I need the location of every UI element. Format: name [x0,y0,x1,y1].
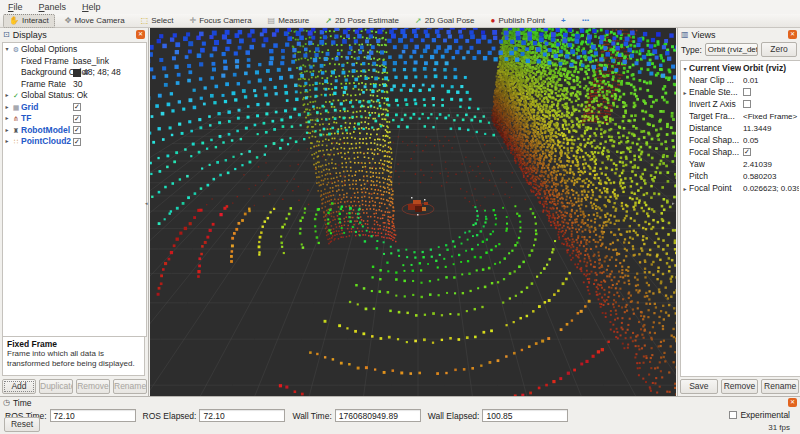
pointcloud-icon: ∷ [11,136,21,147]
duplicate-button: Duplicate [39,379,73,394]
save-view-button[interactable]: Save [680,379,718,394]
experimental-checkbox[interactable]: ✓ [729,411,737,419]
tool-move-camera[interactable]: ✥ Move Camera [59,14,131,28]
add-button[interactable]: Add [2,379,36,394]
pointcloud-canvas[interactable] [150,28,676,396]
wall-time-label: Wall Time: [292,411,331,421]
view-row-pitch[interactable]: Pitch 0.580203 [681,170,800,182]
views-tree[interactable]: ▾ Current View Orbit (rviz) Near Clip ..… [680,60,800,377]
tool-measure[interactable]: ▤ Measure [262,14,316,28]
measure-icon: ▤ [268,17,276,25]
wall-elapsed-label: Wall Elapsed: [428,411,480,421]
property-help-box: Fixed Frame Frame into which all data is… [2,336,145,376]
time-panel-header[interactable]: ◷ Time ✕ [0,397,800,408]
focus-icon: ✛ [189,17,196,25]
wall-elapsed-field[interactable]: 100.85 [482,409,568,422]
displays-panel: ⊡ Displays ✕ ▾ ⚙ Global Options Fixed Fr… [0,28,149,396]
tree-row-fixed-frame[interactable]: Fixed Frame base_link [3,56,146,68]
gear-icon: ⚙ [11,44,21,55]
menu-panels[interactable]: Panels [31,0,75,14]
menu-help[interactable]: Help [74,0,109,14]
enable-stereo-checkbox[interactable]: ✓ [743,88,751,96]
view-row-focal-shape-size[interactable]: Focal Shap... 0.05 [681,134,800,146]
view-row-focal-shape-fixed[interactable]: Focal Shap... ✓ [681,146,800,158]
tool-interact[interactable]: ✋ Interact [3,14,55,28]
view-row-invert-z[interactable]: Invert Z Axis ✓ [681,98,800,110]
tree-row-frame-rate[interactable]: Frame Rate 30 [3,79,146,91]
views-panel-header[interactable]: ▥ Views ✕ [678,28,800,41]
pin-icon: ● [491,17,496,25]
tree-row-robotmodel[interactable]: ▸ ♜ RobotModel ✓ [3,125,146,137]
displays-panel-header[interactable]: ⊡ Displays ✕ [0,28,148,41]
view-row-distance[interactable]: Distance 11.3449 [681,122,800,134]
frame-rate-value[interactable]: 30 [73,79,82,90]
rename-button: Rename [113,379,147,394]
close-icon[interactable]: ✕ [788,398,797,407]
tool-publish-point[interactable]: ● Publish Point [485,14,552,28]
tool-focus-camera[interactable]: ✛ Focus Camera [183,14,257,28]
right-splitter-handle[interactable]: ▸ [672,200,675,206]
help-body: Frame into which all data is transformed… [7,349,140,369]
invert-z-checkbox[interactable]: ✓ [743,100,751,108]
goal-arrow-icon: ➚ [415,17,422,25]
robot-icon: ♜ [11,125,21,136]
view-type-label: Type: [681,45,702,55]
wall-time-field[interactable]: 1760680949.89 [335,409,421,422]
hand-icon: ✋ [9,17,19,25]
views-panel-title: Views [692,30,716,40]
displays-tree[interactable]: ▾ ⚙ Global Options Fixed Frame base_link… [2,42,147,337]
view-type-dropdown[interactable]: Orbit (rviz_defau ▾ [705,43,758,56]
status-ok-icon: ✓ [11,90,21,101]
view-row-focal-point[interactable]: ▸ Focal Point 0.026623; 0.039... [681,182,800,194]
fps-counter: 31 fps [768,423,790,432]
ros-elapsed-field[interactable]: 72.10 [199,409,285,422]
grid-icon: ▦ [11,102,21,113]
more-icon: ⋯ [582,17,590,25]
tree-row-grid[interactable]: ▸ ▦ Grid ✓ [3,102,146,114]
time-panel-title: Time [13,398,32,408]
tf-enabled-checkbox[interactable]: ✓ [73,115,81,123]
view-row-near-clip[interactable]: Near Clip ... 0.01 [681,74,800,86]
tree-row-pointcloud2[interactable]: ▸ ∷ PointCloud2 ✓ [3,136,146,148]
tool-2d-goal-pose[interactable]: ➚ 2D Goal Pose [409,14,481,28]
pose-arrow-icon: ➚ [325,17,332,25]
views-icon: ▥ [681,30,689,39]
tree-row-global-options[interactable]: ▾ ⚙ Global Options [3,44,146,56]
menu-file[interactable]: File [0,0,31,14]
remove-view-button[interactable]: Remove [721,379,759,394]
ros-time-field[interactable]: 72.10 [50,409,136,422]
rename-view-button[interactable]: Rename [761,379,799,394]
experimental-label: Experimental [740,410,790,420]
background-color-value[interactable]: 48; 48; 48 [73,67,121,78]
grid-enabled-checkbox[interactable]: ✓ [73,103,81,111]
view-row-enable-stereo[interactable]: ▸ Enable Ste... ✓ [681,86,800,98]
tree-row-background-color[interactable]: Background Color 48; 48; 48 [3,67,146,79]
more-tools-button[interactable]: ⋯ [576,14,596,28]
displays-icon: ⊡ [3,30,10,39]
tree-row-global-status[interactable]: ▸ ✓ Global Status: Ok [3,90,146,102]
tool-select[interactable]: ⬚ Select [135,14,180,28]
robotmodel-enabled-checkbox[interactable]: ✓ [73,126,81,134]
left-splitter-handle[interactable]: ◂ [145,200,148,206]
remove-button: Remove [76,379,110,394]
view-row-current-view[interactable]: ▾ Current View Orbit (rviz) [681,62,800,74]
pointcloud2-enabled-checkbox[interactable]: ✓ [73,138,81,146]
plus-icon: + [561,17,566,25]
view-row-yaw[interactable]: Yaw 2.41039 [681,158,800,170]
tf-icon: ⋔ [11,113,21,124]
time-panel: ◷ Time ✕ ROS Time: 72.10 ROS Elapsed: 72… [0,396,800,434]
render-viewport[interactable] [150,28,676,396]
ros-elapsed-label: ROS Elapsed: [143,411,197,421]
close-icon[interactable]: ✕ [788,30,797,39]
select-icon: ⬚ [141,17,149,25]
zero-button[interactable]: Zero [761,42,797,57]
focal-shape-fixed-checkbox[interactable]: ✓ [743,148,751,156]
clock-icon: ◷ [3,398,10,407]
view-row-target-frame[interactable]: Target Fra... <Fixed Frame> [681,110,800,122]
reset-button[interactable]: Reset [4,417,40,432]
tree-row-tf[interactable]: ▸ ⋔ TF ✓ [3,113,146,125]
add-tool-button[interactable]: + [555,14,572,28]
close-icon[interactable]: ✕ [136,30,145,39]
fixed-frame-value[interactable]: base_link [73,56,109,67]
tool-2d-pose-estimate[interactable]: ➚ 2D Pose Estimate [319,14,405,28]
